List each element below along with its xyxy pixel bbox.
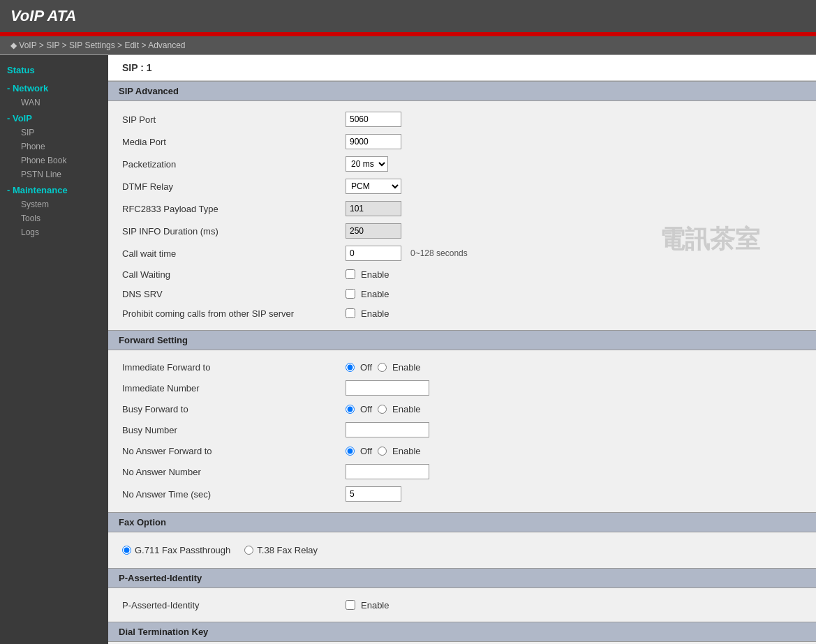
packetization-row: Packetization 20 ms 30 ms 40 ms (122, 153, 802, 175)
busy-number-label: Busy Number (122, 425, 346, 435)
no-answer-forward-label: No Answer Forward to (122, 446, 346, 456)
prohibit-control: Enable (346, 308, 389, 319)
dtmf-relay-select[interactable]: PCM RFC2833 SIP INFO (346, 179, 401, 194)
dns-srv-control: Enable (346, 289, 389, 299)
no-answer-forward-enable-label: Enable (392, 446, 420, 456)
passerted-row: P-Asserted-Identity Enable (122, 595, 802, 615)
call-wait-time-label: Call wait time (122, 248, 346, 259)
busy-number-control (346, 422, 429, 437)
sidebar-item-system[interactable]: System (0, 197, 108, 211)
sidebar-item-network[interactable]: Network (0, 80, 108, 96)
busy-forward-off-radio[interactable] (346, 405, 355, 414)
immediate-forward-off-radio[interactable] (346, 363, 355, 372)
immediate-number-control (346, 380, 429, 396)
passerted-label: P-Asserted-Identity (122, 600, 346, 611)
call-waiting-label: Call Waiting (122, 269, 346, 280)
sidebar-item-pstn[interactable]: PSTN Line (0, 167, 108, 181)
no-answer-number-input[interactable] (346, 464, 429, 479)
forward-setting-section: Forward Setting Immediate Forward to Off… (108, 330, 816, 512)
no-answer-forward-enable-radio[interactable] (378, 447, 387, 456)
dns-srv-label: DNS SRV (122, 289, 346, 299)
no-answer-forward-off-label: Off (360, 446, 372, 456)
sip-port-label: SIP Port (122, 114, 346, 125)
busy-number-input[interactable] (346, 422, 429, 437)
dns-srv-row: DNS SRV Enable (122, 284, 802, 304)
no-answer-forward-row: No Answer Forward to Off Enable (122, 441, 802, 460)
fax-option-header: Fax Option (108, 512, 816, 532)
packetization-select[interactable]: 20 ms 30 ms 40 ms (346, 156, 388, 172)
passerted-checkbox[interactable] (346, 600, 355, 610)
main-content: SIP : 1 電訊茶室 SIP Advanced SIP Port Media… (108, 55, 816, 644)
sip-info-label: SIP INFO Duration (ms) (122, 226, 346, 237)
call-wait-time-input[interactable] (346, 246, 401, 261)
call-waiting-enable-label: Enable (361, 269, 389, 280)
call-wait-time-row: Call wait time 0~128 seconds (122, 242, 802, 264)
call-waiting-row: Call Waiting Enable (122, 264, 802, 284)
no-answer-forward-control: Off Enable (346, 446, 421, 456)
busy-forward-control: Off Enable (346, 404, 421, 414)
sip-advanced-body: SIP Port Media Port Packetization (108, 101, 816, 330)
immediate-forward-row: Immediate Forward to Off Enable (122, 357, 802, 377)
sidebar-status: Status (0, 61, 108, 80)
prohibit-row: Prohibit coming calls from other SIP ser… (122, 304, 802, 323)
call-waiting-checkbox[interactable] (346, 269, 355, 279)
no-answer-number-control (346, 464, 429, 479)
sidebar-item-tools[interactable]: Tools (0, 211, 108, 225)
dial-termination-header: Dial Termination Key (108, 622, 816, 642)
prohibit-checkbox[interactable] (346, 308, 355, 318)
no-answer-forward-off-radio[interactable] (346, 447, 355, 456)
sip-info-input[interactable] (346, 223, 401, 239)
dial-termination-section: Dial Termination Key Dial Termination Ke… (108, 622, 816, 644)
rfc2833-row: RFC2833 Payload Type (122, 197, 802, 220)
g711-option: G.711 Fax Passthrough (122, 545, 230, 555)
media-port-input[interactable] (346, 134, 401, 149)
sip-port-input[interactable] (346, 112, 401, 127)
g711-radio[interactable] (122, 546, 131, 555)
sidebar: Status Network WAN VoIP SIP Phone Phone … (0, 55, 108, 644)
fax-option-body: G.711 Fax Passthrough T.38 Fax Relay (108, 532, 816, 568)
passerted-section: P-Asserted-Identity P-Asserted-Identity … (108, 568, 816, 622)
sidebar-item-phone[interactable]: Phone (0, 140, 108, 153)
sidebar-item-logs[interactable]: Logs (0, 225, 108, 239)
sidebar-item-maintenance[interactable]: Maintenance (0, 181, 108, 197)
t38-option: T.38 Fax Relay (244, 545, 318, 555)
sip-advanced-section: SIP Advanced SIP Port Media Port Packeti… (108, 81, 816, 330)
dns-srv-checkbox[interactable] (346, 289, 355, 299)
immediate-forward-label: Immediate Forward to (122, 362, 346, 373)
media-port-row: Media Port (122, 130, 802, 153)
immediate-number-label: Immediate Number (122, 383, 346, 394)
sip-title: SIP : 1 (108, 55, 816, 81)
busy-forward-off-label: Off (360, 404, 372, 414)
media-port-label: Media Port (122, 137, 346, 147)
rfc2833-label: RFC2833 Payload Type (122, 204, 346, 214)
sidebar-item-voip[interactable]: VoIP (0, 110, 108, 126)
no-answer-time-control (346, 486, 401, 502)
call-wait-time-hint: 0~128 seconds (410, 248, 468, 258)
t38-radio[interactable] (244, 546, 253, 555)
rfc2833-input[interactable] (346, 201, 401, 216)
immediate-number-input[interactable] (346, 380, 429, 396)
no-answer-time-label: No Answer Time (sec) (122, 489, 346, 500)
passerted-enable-label: Enable (361, 600, 389, 611)
packetization-control: 20 ms 30 ms 40 ms (346, 156, 388, 172)
no-answer-time-input[interactable] (346, 486, 401, 502)
passerted-header: P-Asserted-Identity (108, 568, 816, 588)
sip-info-row: SIP INFO Duration (ms) (122, 220, 802, 242)
busy-forward-enable-radio[interactable] (378, 405, 387, 414)
busy-forward-label: Busy Forward to (122, 404, 346, 414)
sidebar-item-sip[interactable]: SIP (0, 126, 108, 140)
sip-info-control (346, 223, 401, 239)
immediate-forward-control: Off Enable (346, 362, 421, 373)
app-title: VoIP ATA (10, 7, 77, 25)
call-waiting-control: Enable (346, 269, 389, 280)
fax-options-row: G.711 Fax Passthrough T.38 Fax Relay (122, 539, 802, 561)
call-wait-time-control: 0~128 seconds (346, 246, 468, 261)
breadcrumb: ◆ VoIP > SIP > SIP Settings > Edit > Adv… (0, 36, 816, 55)
immediate-number-row: Immediate Number (122, 377, 802, 399)
prohibit-enable-label: Enable (361, 308, 389, 319)
sidebar-item-phonebook[interactable]: Phone Book (0, 153, 108, 167)
immediate-forward-enable-radio[interactable] (378, 363, 387, 372)
no-answer-number-label: No Answer Number (122, 467, 346, 477)
dtmf-relay-control: PCM RFC2833 SIP INFO (346, 179, 401, 194)
sidebar-item-wan[interactable]: WAN (0, 96, 108, 110)
